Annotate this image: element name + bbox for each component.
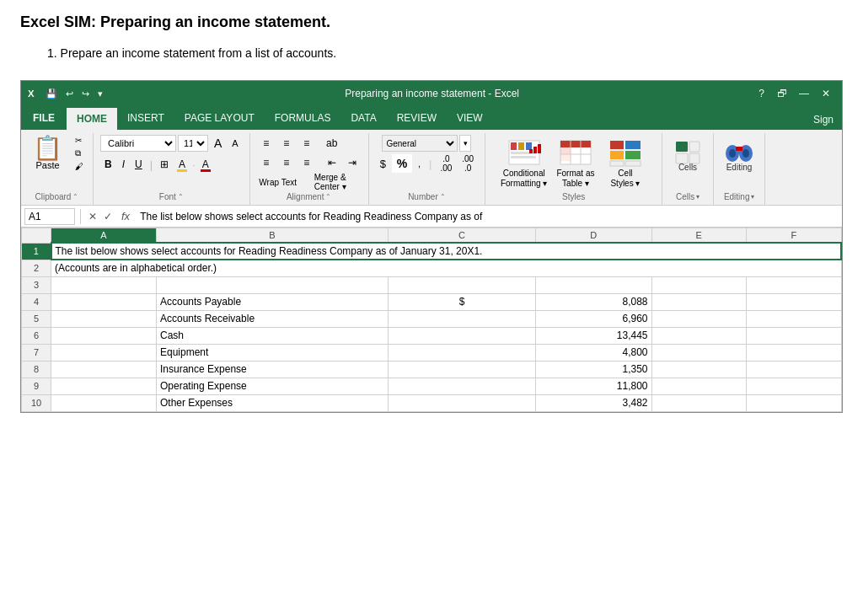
cells-button[interactable]: Cells xyxy=(669,135,706,180)
cell-c8[interactable] xyxy=(389,361,536,378)
row-header-3[interactable]: 3 xyxy=(22,276,51,293)
row-header-7[interactable]: 7 xyxy=(22,344,51,361)
row-header-4[interactable]: 4 xyxy=(22,293,51,310)
cell-e9[interactable] xyxy=(651,378,747,394)
italic-button[interactable]: I xyxy=(118,156,129,173)
cell-e7[interactable] xyxy=(651,344,747,361)
align-right-btn[interactable]: ≡ xyxy=(297,154,316,171)
tab-view[interactable]: VIEW xyxy=(447,106,493,130)
col-header-c[interactable]: C xyxy=(389,228,536,244)
indent-increase-btn[interactable]: ⇥ xyxy=(343,154,362,171)
col-header-b[interactable]: B xyxy=(157,228,389,244)
row-header-5[interactable]: 5 xyxy=(22,310,51,327)
cell-a2[interactable]: (Accounts are in alphabetical order.) xyxy=(51,260,842,276)
align-top-btn[interactable]: ≡ xyxy=(257,135,276,152)
align-bottom-btn[interactable]: ≡ xyxy=(297,135,316,152)
customize-quick-btn[interactable]: ▾ xyxy=(95,88,105,100)
tab-insert[interactable]: INSERT xyxy=(117,106,174,130)
tab-review[interactable]: REVIEW xyxy=(387,106,447,130)
cell-c4[interactable]: $ xyxy=(389,293,536,310)
row-header-6[interactable]: 6 xyxy=(22,327,51,344)
alignment-expand-icon[interactable]: ⌃ xyxy=(325,193,331,201)
row-header-1[interactable]: 1 xyxy=(22,243,51,260)
tab-data[interactable]: DATA xyxy=(340,106,386,130)
number-format-select[interactable]: General xyxy=(382,135,458,152)
percent-btn[interactable]: % xyxy=(392,154,412,173)
merge-center-btn[interactable]: Merge & Center ▾ xyxy=(301,174,360,190)
align-middle-btn[interactable]: ≡ xyxy=(277,135,296,152)
font-color-button[interactable]: A xyxy=(198,156,213,173)
minimize-btn[interactable]: — xyxy=(793,84,815,103)
number-format-dropdown[interactable]: ▾ xyxy=(459,135,471,152)
paste-button[interactable]: 📋 Paste xyxy=(28,135,67,172)
cell-d10[interactable]: 3,482 xyxy=(536,394,652,411)
undo-quick-btn[interactable]: ↩ xyxy=(63,88,76,100)
currency-btn[interactable]: $ xyxy=(376,155,390,172)
cell-c3[interactable] xyxy=(389,276,536,293)
align-left-btn[interactable]: ≡ xyxy=(257,154,276,171)
editing-button[interactable]: Editing xyxy=(721,135,758,180)
cell-e5[interactable] xyxy=(651,310,747,327)
formula-input[interactable] xyxy=(137,211,839,222)
cells-dropdown-icon[interactable]: ▾ xyxy=(696,193,700,201)
cancel-formula-btn[interactable]: ✕ xyxy=(86,210,99,223)
col-header-d[interactable]: D xyxy=(536,228,652,244)
cell-c7[interactable] xyxy=(389,344,536,361)
cell-c9[interactable] xyxy=(389,378,536,394)
orientation-btn[interactable]: ab xyxy=(323,135,341,152)
font-expand-icon[interactable]: ⌃ xyxy=(178,193,184,201)
cell-a9[interactable] xyxy=(51,378,157,394)
tab-file[interactable]: FILE xyxy=(21,106,67,130)
fill-color-button[interactable]: A xyxy=(174,156,190,173)
cell-f7[interactable] xyxy=(747,344,842,361)
cell-c6[interactable] xyxy=(389,327,536,344)
cell-a6[interactable] xyxy=(51,327,157,344)
cell-a3[interactable] xyxy=(51,276,157,293)
row-header-10[interactable]: 10 xyxy=(22,394,51,411)
bold-button[interactable]: B xyxy=(100,156,116,173)
cell-b6[interactable]: Cash xyxy=(157,327,389,344)
editing-dropdown-icon[interactable]: ▾ xyxy=(751,193,754,201)
indent-decrease-btn[interactable]: ⇤ xyxy=(323,154,341,171)
cell-a8[interactable] xyxy=(51,361,157,378)
cell-b8[interactable]: Insurance Expense xyxy=(157,361,389,378)
cell-b7[interactable]: Equipment xyxy=(157,344,389,361)
cut-button[interactable]: ✂ xyxy=(72,135,86,146)
cell-e10[interactable] xyxy=(651,394,747,411)
cell-f6[interactable] xyxy=(747,327,842,344)
cell-e3[interactable] xyxy=(651,276,747,293)
cell-b10[interactable]: Other Expenses xyxy=(157,394,389,411)
cell-styles-button[interactable]: CellStyles ▾ xyxy=(602,135,648,190)
border-button[interactable]: ⊞ xyxy=(156,156,173,173)
close-btn[interactable]: ✕ xyxy=(815,84,837,103)
tab-pagelayout[interactable]: PAGE LAYOUT xyxy=(174,106,265,130)
decrease-decimal-btn[interactable]: .00.0 xyxy=(458,155,478,172)
col-header-e[interactable]: E xyxy=(651,228,747,244)
sign-in[interactable]: Sign xyxy=(805,110,842,130)
cell-e8[interactable] xyxy=(651,361,747,378)
cell-f5[interactable] xyxy=(747,310,842,327)
row-header-2[interactable]: 2 xyxy=(22,260,51,276)
decrease-font-btn[interactable]: A xyxy=(228,135,242,152)
cell-f3[interactable] xyxy=(747,276,842,293)
cell-e4[interactable] xyxy=(651,293,747,310)
copy-button[interactable]: ⧉ xyxy=(72,147,86,159)
cell-b3[interactable] xyxy=(157,276,389,293)
cell-c5[interactable] xyxy=(389,310,536,327)
align-center-btn[interactable]: ≡ xyxy=(277,154,296,171)
cell-d9[interactable]: 11,800 xyxy=(536,378,652,394)
comma-btn[interactable]: , xyxy=(414,155,425,172)
cell-b9[interactable]: Operating Expense xyxy=(157,378,389,394)
cell-a10[interactable] xyxy=(51,394,157,411)
tab-home[interactable]: HOME xyxy=(67,106,117,130)
enter-formula-btn[interactable]: ✓ xyxy=(101,210,115,223)
wrap-text-btn[interactable]: Wrap Text xyxy=(257,174,299,190)
redo-quick-btn[interactable]: ↪ xyxy=(79,88,92,100)
cell-a7[interactable] xyxy=(51,344,157,361)
cell-f4[interactable] xyxy=(747,293,842,310)
cell-reference-box[interactable]: A1 xyxy=(24,208,75,225)
col-header-a[interactable]: A xyxy=(51,228,157,244)
cell-d3[interactable] xyxy=(536,276,652,293)
cell-d8[interactable]: 1,350 xyxy=(536,361,652,378)
format-painter-button[interactable]: 🖌 xyxy=(72,161,86,172)
